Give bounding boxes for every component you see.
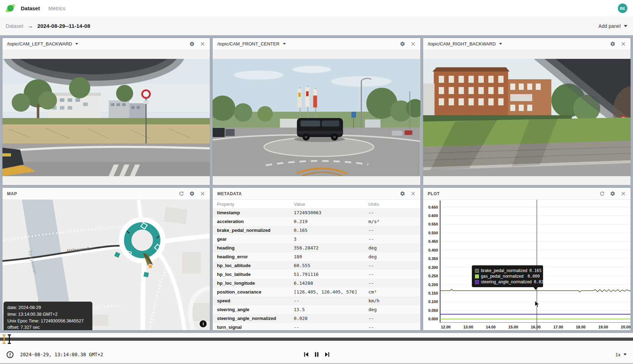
svg-text:15.00: 15.00 [508,325,518,329]
tooltip-epoch: Unix Epoc Time: 1724930056.3645527 [7,318,89,325]
chevron-down-icon [624,25,627,27]
timeline-marker-playhead[interactable] [9,334,10,344]
timeline-scrubber[interactable] [0,338,633,341]
svg-text:0.050: 0.050 [428,308,438,313]
playback-controls-row: 2024-08-29, 13:14:00.38 GMT+2 1x [0,346,633,363]
svg-text:14.00: 14.00 [486,325,495,329]
col-units: Units [364,200,420,208]
chevron-down-icon [283,43,286,45]
svg-text:16.00: 16.00 [531,325,541,329]
gear-icon[interactable] [610,41,615,47]
camera-image-left-backward [2,50,210,185]
svg-text:0.150: 0.150 [428,291,438,295]
series-swatch-icon [475,280,479,284]
svg-text:0.650: 0.650 [428,205,438,209]
series-cursor-value: 0.028 [534,279,546,284]
series-cursor-value: 0.000 [528,274,540,279]
table-header-row: Property Value Units [213,200,420,208]
col-property: Property [213,200,290,208]
table-row: hp_loc_altitude60.555-- [213,261,420,270]
tooltip-date: date: 2024-08-29 [7,304,89,311]
add-panel-button[interactable]: Add panel [598,23,627,29]
skip-to-end-button[interactable] [324,351,330,358]
breadcrumb-root[interactable]: Dataset [6,23,23,29]
table-row: heading_error180deg [213,252,420,261]
app-logo-icon [6,4,15,13]
camera-image-right-backward [423,50,631,185]
svg-text:0.200: 0.200 [428,283,438,287]
gear-icon[interactable] [400,41,405,47]
mouse-cursor-icon [535,301,540,308]
panel-header: MAP [2,188,210,200]
plot-cursor-tooltip: brake_pedal_normalized0.165gas_pedal_nor… [472,265,543,287]
svg-text:0.600: 0.600 [428,214,438,218]
metadata-table: Property Value Units timestamp1724930063… [213,200,420,330]
plot-viewport[interactable]: 0.0000.0500.1000.1500.2000.2500.3000.350… [423,200,631,330]
nav-tab-dataset[interactable]: Dataset [21,5,40,11]
series-name: steering_angle_normalized [481,279,532,284]
close-icon[interactable] [410,41,416,47]
gear-icon[interactable] [610,191,615,196]
panel-plot: PLOT 0.0000.0500.1000.1500.2000.2500.300… [423,188,631,330]
table-row: steering_angle13.5deg [213,305,420,314]
table-row: gear3-- [213,235,420,243]
gear-icon[interactable] [189,41,195,47]
camera-photo [423,59,631,176]
table-row: hp_loc_longitude6.14288-- [213,279,420,288]
svg-text:0.250: 0.250 [428,274,438,278]
close-icon[interactable] [200,191,205,196]
close-icon[interactable] [621,41,626,47]
svg-text:0.400: 0.400 [428,248,438,252]
user-avatar[interactable]: BE [618,4,627,13]
camera-photo [213,59,420,176]
panel-header: /topic/CAM_FRONT_CENTER [213,38,420,50]
breadcrumb-arrow-icon: → [28,23,33,29]
svg-text:13.00: 13.00 [463,325,473,329]
plot-tooltip-row: brake_pedal_normalized0.165 [475,268,540,273]
tooltip-time: time: 13:14:00.38 GMT+2 [7,311,89,318]
panel-header: PLOT [423,188,631,200]
breadcrumb-bar: Dataset → 2024-08-29--11-14-08 Add panel [0,17,633,35]
skip-to-start-button[interactable] [303,351,309,358]
top-nav: Dataset Metrics BE [0,0,633,17]
svg-text:0.000: 0.000 [428,317,438,321]
panel-cam-front-center: /topic/CAM_FRONT_CENTER [213,38,420,185]
svg-text:0.500: 0.500 [428,231,438,235]
topic-selector[interactable]: /topic/CAM_LEFT_BACKWARD [7,41,78,47]
series-swatch-icon [475,269,479,273]
chevron-down-icon [499,43,502,45]
close-icon[interactable] [621,191,626,196]
plot-canvas: 0.0000.0500.1000.1500.2000.2500.3000.350… [423,200,631,330]
close-icon[interactable] [410,191,416,196]
chevron-down-icon [75,43,78,45]
timeline-marker-start[interactable] [4,334,5,344]
panel-cam-right-backward: /topic/CAM_RIGHT_BACKWARD [423,38,631,185]
gear-icon[interactable] [400,191,405,196]
panel-header: /topic/CAM_RIGHT_BACKWARD [423,38,631,50]
topic-selector[interactable]: /topic/CAM_FRONT_CENTER [217,41,286,47]
camera-photo [2,59,210,176]
playback-speed-control[interactable]: 1x [615,352,627,357]
nav-tab-metrics[interactable]: Metrics [48,5,65,11]
panel-title: PLOT [428,191,440,196]
map-viewport[interactable]: Hafenstraße Spuykanal date: 2024-08-29 t… [2,200,210,330]
refresh-icon[interactable] [599,191,605,196]
topic-selector[interactable]: /topic/CAM_RIGHT_BACKWARD [428,41,502,47]
plot-tooltip-rows: brake_pedal_normalized0.165gas_pedal_nor… [475,268,540,285]
refresh-icon[interactable] [179,191,184,196]
table-row: hp_loc_latitude51.791116-- [213,270,420,279]
timeline-bar: 2024-08-29, 13:14:00.38 GMT+2 1x [0,333,633,364]
svg-text:12.00: 12.00 [441,325,451,329]
warning-icon[interactable] [6,351,14,358]
series-swatch-icon [475,274,479,278]
gear-icon[interactable] [189,191,195,196]
plot-tooltip-row: steering_angle_normalized0.028 [475,279,540,285]
pause-button[interactable] [314,351,320,358]
panel-header: /topic/CAM_LEFT_BACKWARD [2,38,210,50]
close-icon[interactable] [200,41,205,47]
svg-text:0.300: 0.300 [428,265,438,270]
panel-cam-left-backward: /topic/CAM_LEFT_BACKWARD [2,38,210,185]
series-name: gas_pedal_normalized [481,274,525,279]
tooltip-offset: offset: 7.327 sec [7,324,89,330]
svg-text:0.450: 0.450 [428,239,438,243]
